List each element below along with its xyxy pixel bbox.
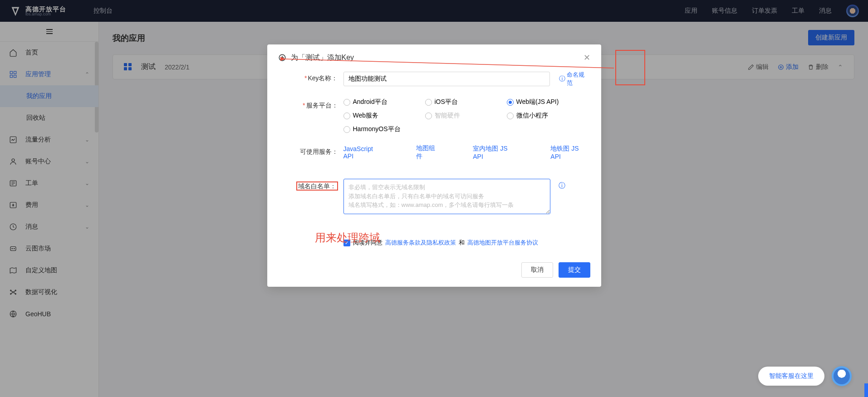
service-subway[interactable]: 地铁图 JS API [550, 145, 590, 160]
service-agreement-link[interactable]: 高德地图开放平台服务协议 [467, 239, 538, 247]
support-button[interactable]: 智能客服在这里 [758, 367, 824, 386]
support-avatar[interactable] [832, 366, 852, 386]
add-key-modal: 为「测试」添加Key ✕ *Key名称： ⓘ命名规范 *服务平台： Androi [267, 44, 601, 287]
service-map-component[interactable]: 地图组件 [416, 144, 441, 161]
modal-title: 为「测试」添加Key [291, 53, 354, 63]
key-name-label: *Key名称： [278, 71, 343, 85]
plus-circle-icon [278, 54, 286, 62]
platform-label: *服务平台： [278, 98, 343, 113]
radio-web-jsapi[interactable]: Web端(JS API) [507, 98, 588, 106]
service-indoor[interactable]: 室内地图 JS API [473, 145, 519, 160]
radio-android[interactable]: Android平台 [343, 98, 425, 106]
agreement-checkbox[interactable]: ✓ [343, 240, 350, 246]
key-name-input[interactable] [343, 72, 550, 86]
page-scrollbar[interactable] [864, 383, 868, 397]
close-button[interactable]: ✕ [584, 53, 590, 63]
radio-smart-hardware: 智能硬件 [425, 112, 507, 120]
service-jsapi[interactable]: JavaScript API [343, 145, 384, 160]
services-label: 可使用服务： [278, 144, 343, 159]
modal-overlay: 为「测试」添加Key ✕ *Key名称： ⓘ命名规范 *服务平台： Androi [0, 0, 868, 397]
whitelist-label: 域名白名单： [278, 179, 343, 193]
support-widget: 智能客服在这里 [758, 366, 852, 386]
radio-web-service[interactable]: Web服务 [343, 112, 425, 120]
terms-link[interactable]: 高德服务条款及隐私权政策 [385, 239, 456, 247]
radio-wechat[interactable]: 微信小程序 [507, 112, 588, 120]
radio-harmonyos[interactable]: HarmonyOS平台 [343, 125, 425, 133]
naming-convention-link[interactable]: ⓘ命名规范 [559, 71, 590, 87]
help-icon[interactable]: ⓘ [559, 181, 565, 190]
radio-ios[interactable]: iOS平台 [425, 98, 507, 106]
submit-button[interactable]: 提交 [559, 262, 590, 278]
agreement-row: ✓ 阅读并同意 高德服务条款及隐私权政策 和 高德地图开放平台服务协议 [278, 239, 590, 247]
cancel-button[interactable]: 取消 [521, 262, 553, 278]
whitelist-textarea[interactable] [343, 179, 550, 214]
